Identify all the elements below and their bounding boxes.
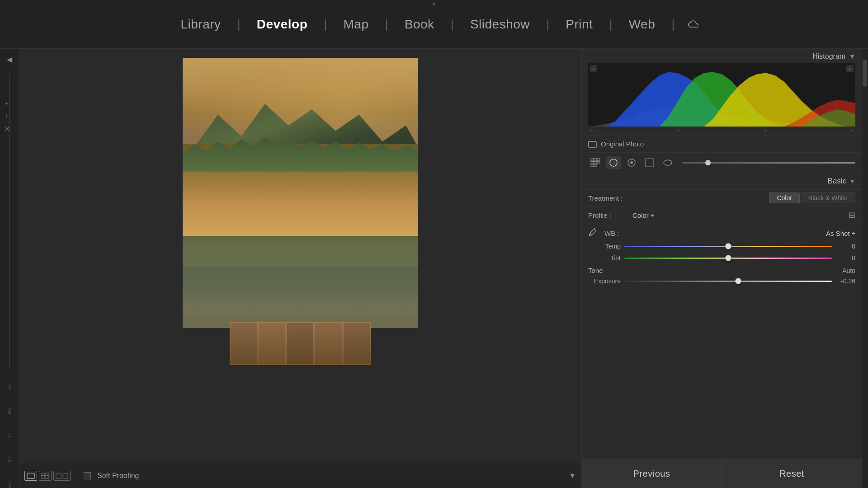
dock-layer <box>230 322 371 365</box>
exposure-slider-row: Exposure +0.26 <box>582 275 862 287</box>
svg-rect-12 <box>594 162 597 164</box>
svg-rect-3 <box>42 476 45 479</box>
wb-label: WB : <box>604 230 619 237</box>
nav-library[interactable]: Library <box>164 17 237 32</box>
scale-right: – <box>851 127 854 132</box>
panel-label-es3: es <box>7 482 12 488</box>
svg-rect-14 <box>591 164 594 167</box>
clip-warning-left[interactable]: ▲ <box>590 65 597 72</box>
scale-mid1: – <box>677 127 679 132</box>
color-treatment-button[interactable]: Color <box>769 192 799 203</box>
nav-map[interactable]: Map <box>327 17 385 32</box>
spot-removal-button[interactable] <box>606 156 621 169</box>
nav-book[interactable]: Book <box>388 17 451 32</box>
histogram-section: Histogram ▼ ▲ ▲ <box>582 49 862 136</box>
tint-slider[interactable] <box>624 258 832 259</box>
histogram-collapse-arrow[interactable]: ▼ <box>849 53 855 60</box>
histogram-canvas: ▲ ▲ <box>588 63 855 127</box>
profile-label: Profile : <box>588 211 629 219</box>
tint-slider-row: Tint 0 <box>582 252 862 264</box>
exposure-slider[interactable] <box>624 281 832 282</box>
remove-panel-button[interactable]: ✕ <box>2 124 12 134</box>
red-eye-button[interactable] <box>624 156 639 169</box>
wb-eyedropper-tool[interactable] <box>588 228 599 239</box>
svg-point-20 <box>664 160 672 165</box>
svg-rect-0 <box>27 473 34 479</box>
left-sidebar: ◀ es No es No es + + ✕ <box>0 49 19 488</box>
svg-line-21 <box>594 228 595 229</box>
cloud-sync-icon[interactable] <box>684 14 704 34</box>
profile-select[interactable]: Color ÷ <box>632 211 654 219</box>
tone-auto-button[interactable]: Auto <box>842 267 855 274</box>
original-photo-row: Original Photo <box>582 136 862 153</box>
main-content: ◀ es No es No es + + ✕ <box>0 49 868 488</box>
temp-slider-row: Temp 0 <box>582 240 862 252</box>
nav-print[interactable]: Print <box>549 17 609 32</box>
crop-tool-button[interactable] <box>588 156 603 169</box>
tone-header: Tone Auto <box>582 264 862 275</box>
svg-rect-11 <box>591 162 594 164</box>
grid-view-button[interactable] <box>39 471 52 481</box>
svg-rect-10 <box>597 159 600 161</box>
develop-panel: Basic ▼ Treatment : Color Black & White … <box>582 173 862 459</box>
basic-panel-header: Basic ▼ <box>582 173 862 190</box>
nav-sep-7: | <box>671 17 675 32</box>
wb-row: WB : As Shot ÷ <box>582 224 862 240</box>
nav-sep-2: | <box>324 17 327 32</box>
top-arrow-icon[interactable]: ▲ <box>431 0 437 6</box>
svg-point-16 <box>610 159 617 166</box>
add-panel-button-2[interactable]: + <box>2 111 12 121</box>
basic-panel-arrow[interactable]: ▼ <box>849 178 855 185</box>
nav-develop[interactable]: Develop <box>241 17 324 32</box>
previous-button[interactable]: Previous <box>582 460 722 488</box>
svg-rect-9 <box>594 159 597 161</box>
tint-value: 0 <box>835 254 855 262</box>
bw-treatment-button[interactable]: Black & White <box>801 192 855 203</box>
temp-label: Temp <box>588 243 621 250</box>
exposure-label: Exposure <box>588 277 621 285</box>
reset-button[interactable]: Reset <box>722 460 862 488</box>
treatment-label: Treatment : <box>588 194 642 202</box>
scale-left: – <box>590 127 593 132</box>
clip-warning-right[interactable]: ▲ <box>846 65 854 72</box>
nav-web[interactable]: Web <box>613 17 672 32</box>
nav-sep-3: | <box>385 17 388 32</box>
tone-title: Tone <box>588 267 603 274</box>
right-panel: Histogram ▼ ▲ ▲ <box>581 49 862 488</box>
soft-proofing-checkbox[interactable] <box>84 472 91 479</box>
histogram-title: Histogram <box>812 52 845 61</box>
add-panel-button[interactable]: + <box>2 99 12 108</box>
svg-point-18 <box>630 161 633 164</box>
tool-size-slider[interactable] <box>682 162 855 164</box>
svg-rect-5 <box>56 473 61 479</box>
svg-rect-8 <box>591 159 594 161</box>
nav-sep-4: | <box>451 17 454 32</box>
basic-panel-title: Basic <box>828 177 847 186</box>
nav-sep-6: | <box>609 17 612 32</box>
exposure-value: +0.26 <box>835 277 855 285</box>
nav-slideshow[interactable]: Slideshow <box>454 17 546 32</box>
profile-row: Profile : Color ÷ ⊞ <box>582 206 862 224</box>
gradient-tool-button[interactable] <box>642 156 657 169</box>
scrollbar-thumb[interactable] <box>863 60 867 87</box>
svg-rect-15 <box>594 164 597 167</box>
treatment-options: Color Black & White <box>769 192 855 203</box>
svg-rect-13 <box>597 162 600 164</box>
panel-label-presets: es <box>7 383 12 389</box>
profile-grid-icon[interactable]: ⊞ <box>849 210 855 220</box>
svg-rect-2 <box>46 473 49 476</box>
wb-select[interactable]: As Shot ÷ <box>826 230 855 237</box>
svg-rect-7 <box>589 141 597 147</box>
scale-mid2: – <box>764 127 767 132</box>
toolbar-dropdown-arrow[interactable]: ▼ <box>569 472 576 480</box>
temp-slider[interactable] <box>624 246 832 247</box>
bottom-buttons: Previous Reset <box>582 459 862 488</box>
soft-proofing-label: Soft Proofing <box>97 472 139 480</box>
loupe-view-button[interactable] <box>24 471 37 481</box>
compare-view-button[interactable] <box>53 471 71 481</box>
original-photo-icon <box>588 141 596 147</box>
sidebar-toggle-button[interactable]: ◀ <box>3 54 16 65</box>
panel-label-no2: No <box>7 456 12 464</box>
radial-filter-button[interactable] <box>660 156 675 169</box>
treatment-row: Treatment : Color Black & White <box>582 190 862 206</box>
